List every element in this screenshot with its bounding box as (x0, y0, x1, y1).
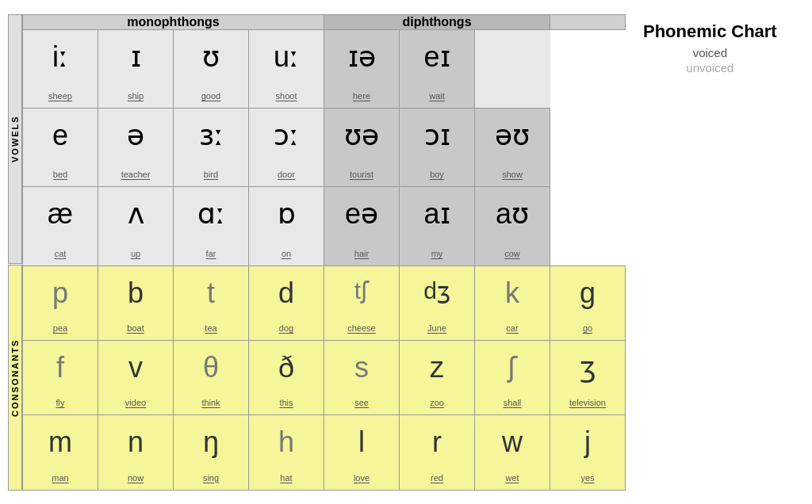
symbol-h: h (278, 426, 294, 458)
example-ɔɪ: boy (430, 170, 444, 179)
example-eɪ: wait (429, 91, 445, 101)
cell-uː: uː shoot (249, 29, 324, 108)
symbol-n: n (128, 426, 144, 458)
symbol-m: m (48, 426, 72, 458)
symbol-j: j (584, 426, 591, 458)
cell-ə: ə teacher (98, 108, 174, 186)
example-ə: teacher (121, 170, 151, 179)
cell-ʌ: ʌ up (98, 187, 174, 265)
legend-voiced: voiced (693, 46, 727, 59)
cell-ɪ: ɪ ship (98, 29, 174, 108)
cell-ɜː: ɜː bird (174, 108, 249, 186)
example-ɪ: ship (128, 91, 144, 101)
cell-eɪ: eɪ wait (400, 29, 475, 108)
cell-v: v video (98, 341, 174, 415)
cell-l: l love (324, 415, 400, 490)
symbol-θ: θ (203, 352, 219, 384)
symbol-ʌ: ʌ (128, 198, 144, 230)
symbol-ɒ: ɒ (278, 198, 296, 230)
symbol-ʒ: ʒ (580, 352, 596, 384)
symbol-w: w (502, 426, 523, 458)
example-d: dog (279, 323, 293, 333)
cell-f: f fly (23, 341, 98, 415)
consonants-label: CONSONANTS (8, 265, 22, 491)
symbol-b: b (128, 277, 144, 309)
side-labels: VOWELS CONSONANTS (8, 14, 22, 491)
example-ʊə: tourist (350, 170, 373, 179)
cell-ɒ: ɒ on (249, 187, 324, 265)
cell-w: w wet (475, 415, 550, 490)
diphthongs-header: diphthongs (324, 14, 550, 29)
symbol-k: k (505, 277, 519, 309)
example-t: tea (205, 323, 216, 333)
symbol-z: z (430, 352, 444, 384)
cell-æ: æ cat (23, 187, 98, 265)
symbol-eə: eə (345, 198, 378, 230)
cell-ɑː: ɑː far (174, 187, 249, 265)
symbol-ɑː: ɑː (197, 198, 225, 230)
symbol-ɜː: ɜː (199, 120, 224, 151)
symbol-ə: ə (127, 120, 144, 151)
cell-e: e bed (23, 108, 98, 186)
example-p: pea (53, 323, 67, 333)
symbol-ɔː: ɔː (274, 120, 299, 151)
symbol-ɪ: ɪ (131, 41, 141, 73)
cell-ɔː: ɔː door (249, 108, 324, 186)
symbol-v: v (128, 352, 143, 384)
symbol-uː: uː (274, 41, 299, 73)
example-w: wet (505, 473, 519, 483)
cell-h: h hat (249, 415, 324, 490)
example-r: red (431, 473, 443, 483)
example-dʒ: June (427, 323, 446, 333)
symbol-iː: iː (52, 41, 68, 73)
symbol-f: f (56, 352, 64, 384)
example-v: video (125, 398, 146, 407)
legend-panel: Phonemic Chart voiced unvoiced (643, 14, 777, 74)
cell-eə: eə hair (324, 187, 400, 265)
example-j: yes (580, 473, 594, 483)
example-ɔː: door (278, 170, 295, 179)
symbol-p: p (52, 277, 68, 309)
header-row: monophthongs diphthongs (23, 14, 626, 29)
symbol-ŋ: ŋ (203, 426, 219, 458)
cell-aʊ: aʊ cow (475, 187, 550, 265)
symbol-r: r (432, 426, 442, 458)
symbol-ɪə: ɪə (348, 41, 376, 73)
vowel-row-1: iː sheep ɪ ship ʊ good (23, 29, 626, 108)
symbol-ð: ð (278, 352, 294, 384)
example-n: now (128, 473, 144, 483)
example-iː: sheep (48, 91, 72, 101)
chart-wrapper: VOWELS CONSONANTS monophthongs diphthong… (8, 14, 626, 491)
consonant-row-1: p pea b boat t tea (23, 265, 626, 340)
cell-ʊ: ʊ good (174, 29, 249, 108)
vowel-row-3: æ cat ʌ up ɑː far (23, 187, 626, 265)
cell-ɪə: ɪə here (324, 29, 400, 108)
cell-r: r red (400, 415, 475, 490)
example-z: zoo (430, 398, 444, 407)
symbol-aʊ: aʊ (496, 198, 529, 230)
cell-j: j yes (550, 415, 626, 490)
cell-k: k car (475, 265, 550, 340)
example-aɪ: my (431, 249, 443, 258)
symbol-eɪ: eɪ (423, 41, 450, 73)
legend-title: Phonemic Chart (643, 22, 777, 41)
example-k: car (506, 323, 518, 333)
cell-t: t tea (174, 265, 249, 340)
cell-ð: ð this (249, 341, 324, 415)
cell-ʃ: ʃ shall (475, 341, 550, 415)
cell-iː: iː sheep (23, 29, 98, 108)
symbol-t: t (207, 277, 215, 309)
example-ɑː: far (206, 249, 216, 258)
example-ɜː: bird (204, 170, 218, 179)
cell-s: s see (324, 341, 400, 415)
symbol-ɔɪ: ɔɪ (424, 120, 450, 151)
example-tʃ: cheese (347, 323, 375, 333)
example-e: bed (53, 170, 67, 179)
example-b: boat (127, 323, 144, 333)
cell-ɔɪ: ɔɪ boy (400, 108, 475, 186)
symbol-dʒ: dʒ (423, 277, 450, 304)
example-ŋ: sing (203, 473, 219, 483)
cell-m: m man (23, 415, 98, 490)
example-h: hat (280, 473, 292, 483)
symbol-æ: æ (48, 198, 73, 230)
